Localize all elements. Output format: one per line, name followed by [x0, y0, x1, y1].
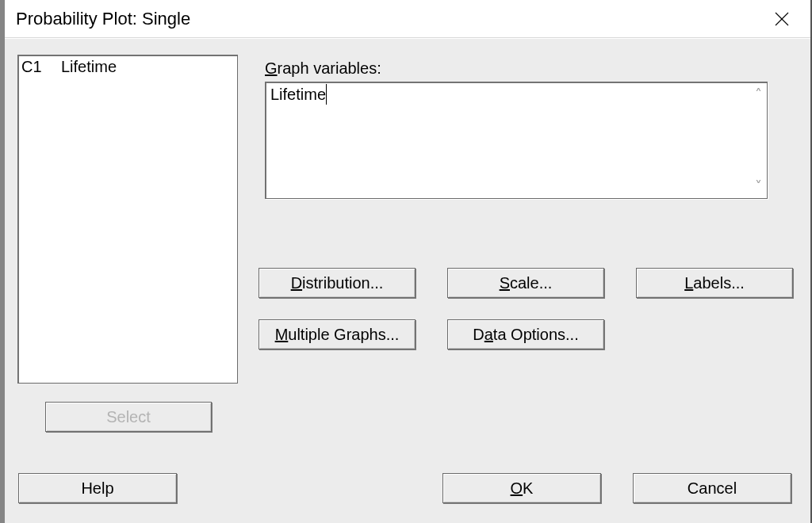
dialog-window: Probability Plot: Single C1 Lifetime Gra…: [0, 0, 812, 523]
scroll-down-icon[interactable]: ˅: [755, 178, 762, 195]
graph-variables-text: Lifetime: [270, 84, 327, 105]
scroll-up-icon[interactable]: ˄: [755, 86, 762, 103]
multiple-graphs-button[interactable]: Multiple Graphs...: [259, 319, 416, 349]
help-button[interactable]: Help: [18, 473, 177, 503]
close-icon: [774, 11, 790, 27]
dialog-title: Probability Plot: Single: [16, 9, 190, 29]
cancel-button[interactable]: Cancel: [633, 473, 791, 503]
column-id: C1: [21, 57, 44, 76]
graph-variables-input[interactable]: Lifetime ˄ ˅: [265, 82, 768, 199]
scale-button[interactable]: Scale...: [447, 268, 604, 298]
column-name: Lifetime: [61, 57, 117, 76]
distribution-button[interactable]: Distribution...: [259, 268, 416, 298]
graph-variables-label: Graph variables:: [265, 59, 381, 78]
variable-list[interactable]: C1 Lifetime: [17, 55, 238, 384]
titlebar: Probability Plot: Single: [5, 0, 810, 38]
ok-button[interactable]: OK: [442, 473, 601, 503]
dialog-body: C1 Lifetime Graph variables: Lifetime ˄ …: [5, 38, 810, 523]
select-button: Select: [45, 402, 212, 432]
data-options-button[interactable]: Data Options...: [447, 319, 604, 349]
close-button[interactable]: [760, 3, 804, 35]
list-item[interactable]: C1 Lifetime: [21, 57, 234, 76]
labels-button[interactable]: Labels...: [636, 268, 793, 298]
